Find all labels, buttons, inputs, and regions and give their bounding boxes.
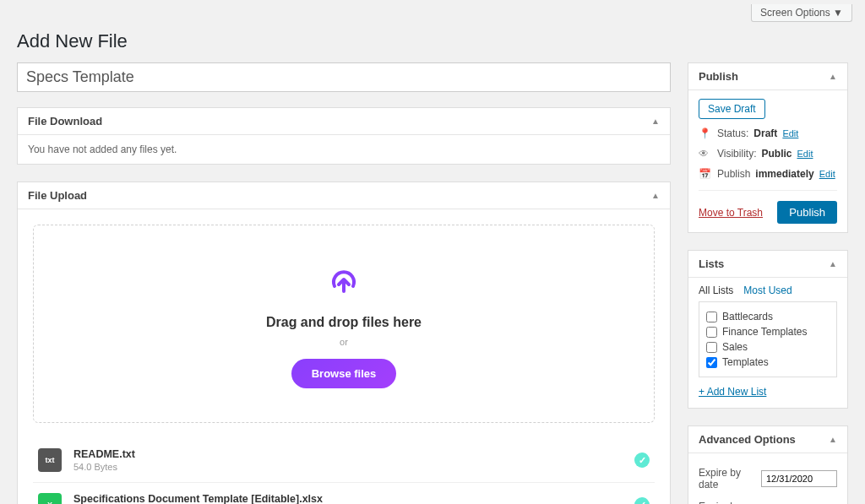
- eye-icon: 👁: [699, 148, 712, 160]
- schedule-value: immediately: [755, 168, 813, 180]
- publish-heading: Publish: [699, 70, 738, 83]
- publish-button[interactable]: Publish: [777, 201, 837, 224]
- file-name: README.txt: [73, 448, 634, 460]
- calendar-icon: 📅: [699, 168, 712, 180]
- check-icon: [634, 497, 650, 504]
- add-new-list-link[interactable]: + Add New List: [688, 386, 847, 408]
- dropzone-heading: Drag and drop files here: [51, 315, 637, 330]
- status-label: Status:: [717, 127, 748, 139]
- file-upload-heading: File Upload: [28, 189, 87, 202]
- status-edit-link[interactable]: Edit: [782, 128, 798, 138]
- file-download-panel: File Download ▲ You have not added any f…: [17, 107, 671, 165]
- schedule-label: Publish: [717, 168, 750, 180]
- list-item[interactable]: Battlecards: [706, 309, 830, 324]
- screen-options-button[interactable]: Screen Options ▼: [751, 4, 852, 22]
- file-size: 54.0 Bytes: [73, 462, 634, 472]
- collapse-icon[interactable]: ▲: [829, 435, 837, 444]
- publish-panel: Publish ▲ Save Draft 📍 Status: Draft Edi…: [688, 62, 848, 233]
- dropzone-or: or: [51, 337, 637, 347]
- page-title: Add New File: [17, 30, 848, 52]
- list-item-label: Templates: [722, 356, 769, 368]
- dropzone[interactable]: Drag and drop files here or Browse files: [33, 225, 655, 423]
- upload-cloud-icon: [51, 268, 637, 302]
- status-value: Draft: [753, 127, 777, 139]
- expire-date-label: Expire by date: [699, 467, 761, 490]
- file-type-icon: txt: [38, 448, 62, 472]
- file-download-heading: File Download: [28, 115, 102, 127]
- pin-icon: 📍: [699, 127, 712, 139]
- list-item[interactable]: Finance Templates: [706, 324, 830, 339]
- file-download-empty-msg: You have not added any files yet.: [18, 135, 670, 164]
- browse-files-button[interactable]: Browse files: [291, 359, 397, 388]
- lists-heading: Lists: [699, 257, 724, 270]
- post-title-input[interactable]: [17, 62, 671, 92]
- check-icon: [634, 453, 650, 468]
- list-checkbox[interactable]: [706, 312, 717, 322]
- lists-panel: Lists ▲ All Lists Most Used BattlecardsF…: [688, 250, 848, 409]
- list-item[interactable]: Templates: [706, 355, 830, 370]
- collapse-icon[interactable]: ▲: [651, 117, 660, 126]
- list-checkbox[interactable]: [706, 327, 717, 338]
- expire-date-input[interactable]: [761, 470, 837, 487]
- visibility-value: Public: [761, 148, 792, 160]
- move-to-trash-link[interactable]: Move to Trash: [699, 207, 763, 219]
- file-upload-panel: File Upload ▲ Drag and drop files here o…: [17, 182, 671, 504]
- collapse-icon[interactable]: ▲: [829, 72, 837, 81]
- file-name: Specifications Document Template [Editab…: [73, 493, 634, 504]
- list-checkbox[interactable]: [706, 357, 717, 368]
- collapse-icon[interactable]: ▲: [651, 191, 660, 200]
- advanced-heading: Advanced Options: [699, 433, 796, 446]
- expire-downloads-label: Expire by downloads: [699, 501, 761, 504]
- collapse-icon[interactable]: ▲: [829, 259, 837, 268]
- visibility-label: Visibility:: [717, 148, 756, 160]
- file-type-icon: X: [38, 493, 62, 504]
- list-item-label: Battlecards: [722, 311, 773, 322]
- list-checkbox[interactable]: [706, 342, 717, 353]
- list-item-label: Sales: [722, 341, 748, 353]
- list-item-label: Finance Templates: [722, 326, 808, 338]
- schedule-edit-link[interactable]: Edit: [819, 169, 835, 179]
- list-item[interactable]: Sales: [706, 339, 830, 355]
- file-item: txt README.txt 54.0 Bytes: [33, 438, 655, 483]
- save-draft-button[interactable]: Save Draft: [699, 99, 765, 119]
- file-item: X Specifications Document Template [Edit…: [33, 483, 655, 504]
- visibility-edit-link[interactable]: Edit: [797, 149, 813, 159]
- advanced-options-panel: Advanced Options ▲ Expire by date Expire…: [688, 425, 848, 504]
- tab-all-lists[interactable]: All Lists: [699, 285, 733, 296]
- tab-most-used[interactable]: Most Used: [743, 285, 792, 296]
